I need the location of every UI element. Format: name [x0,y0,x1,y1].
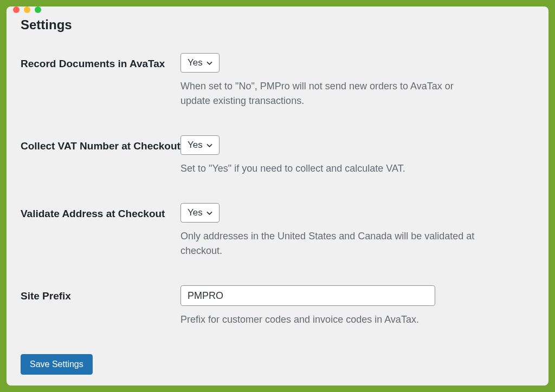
validate-address-label: Validate Address at Checkout [21,198,180,280]
close-icon[interactable] [13,6,20,13]
site-prefix-label: Site Prefix [21,280,180,349]
site-prefix-description: Prefix for customer codes and invoice co… [180,312,484,327]
collect-vat-value: Yes [188,140,203,151]
chevron-down-icon [206,59,214,67]
record-documents-value: Yes [188,57,203,68]
record-documents-description: When set to "No", PMPro will not send ne… [180,79,484,108]
titlebar [7,6,548,13]
maximize-icon[interactable] [35,6,41,13]
chevron-down-icon [206,141,214,149]
collect-vat-label: Collect VAT Number at Checkout [21,130,180,198]
page-title: Settings [21,17,534,32]
site-prefix-input[interactable] [180,285,435,306]
record-documents-label: Record Documents in AvaTax [21,48,180,130]
app-window: Settings Record Documents in AvaTax Yes … [7,6,548,386]
collect-vat-select[interactable]: Yes [180,135,220,155]
validate-address-select[interactable]: Yes [180,203,220,223]
collect-vat-description: Set to "Yes" if you need to collect and … [180,161,484,176]
validate-address-value: Yes [188,207,203,218]
save-settings-button[interactable]: Save Settings [21,354,93,375]
settings-form: Record Documents in AvaTax Yes When set … [21,48,534,349]
record-documents-select[interactable]: Yes [180,53,220,73]
minimize-icon[interactable] [24,6,30,13]
content-area: Settings Record Documents in AvaTax Yes … [7,13,548,386]
validate-address-description: Only addresses in the United States and … [180,229,484,258]
chevron-down-icon [206,209,214,217]
